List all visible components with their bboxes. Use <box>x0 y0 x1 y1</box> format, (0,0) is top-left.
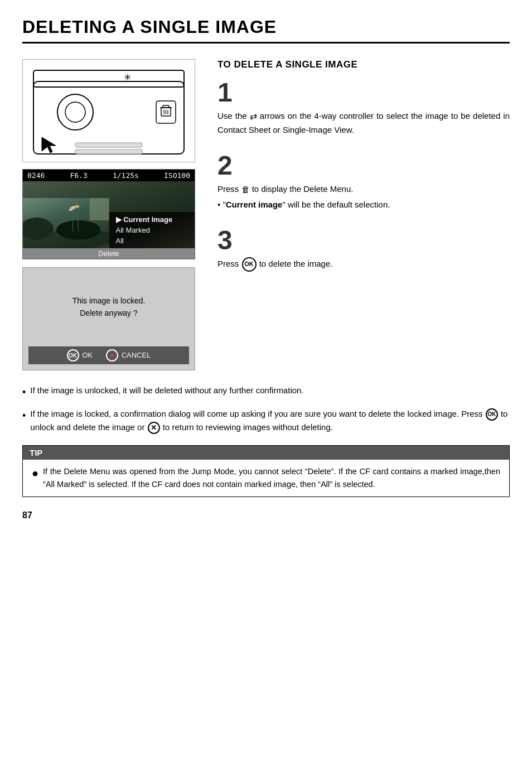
ok-icon-inline: OK <box>486 408 498 421</box>
svg-point-3 <box>65 102 85 122</box>
menu-item-current: Current Image <box>109 214 195 225</box>
tip-text: If the Delete Menu was opened from the J… <box>43 465 500 491</box>
step-3-number: 3 <box>217 227 510 254</box>
tip-bullet: ● If the Delete Menu was opened from the… <box>32 465 500 491</box>
section-heading: TO DELETE A SINGLE IMAGE <box>217 59 510 70</box>
camera-screen-menu: 0246 F6.3 1/125s ISO100 <box>22 169 195 259</box>
cancel-icon-inline: ✕ <box>148 422 160 434</box>
notes-section: • If the image is unlocked, it will be d… <box>22 384 510 434</box>
step-2: 2 Press 🗑 to display the Delete Menu. • … <box>217 152 510 211</box>
step-1: 1 Use the ⇄ arrows on the 4-way controll… <box>217 79 510 137</box>
camera-top-image: ✳ <box>22 59 195 162</box>
tip-header: TIP <box>23 446 509 460</box>
page-number: 87 <box>22 510 510 520</box>
svg-text:✳: ✳ <box>124 73 131 82</box>
dialog-text: This image is locked. Delete anyway ? <box>72 295 146 320</box>
step-2-number: 2 <box>217 152 510 179</box>
ok-btn-icon: OK <box>67 349 79 361</box>
step-2-bullet: • "Current image" will be the default se… <box>217 198 510 211</box>
step-2-text: Press 🗑 to display the Delete Menu. <box>217 182 510 196</box>
screen-photo-area: Current Image All Marked All <box>23 181 195 248</box>
page-title: DELETING A SINGLE IMAGE <box>22 17 510 44</box>
right-column: TO DELETE A SINGLE IMAGE 1 Use the ⇄ arr… <box>217 59 510 378</box>
step-1-number: 1 <box>217 79 510 106</box>
left-column: ✳ 0246 F6.3 1/125s ISO100 <box>22 59 201 378</box>
svg-rect-14 <box>75 150 142 154</box>
menu-item-all: All <box>109 235 195 246</box>
tip-box: TIP ● If the Delete Menu was opened from… <box>22 445 510 497</box>
arrow-lr-icon: ⇄ <box>250 110 257 124</box>
note-2-text: If the image is locked, a confirmation d… <box>30 407 510 434</box>
tip-content: ● If the Delete Menu was opened from the… <box>23 460 509 496</box>
dialog-screen: This image is locked. Delete anyway ? OK… <box>22 267 195 370</box>
cancel-btn-icon: ✕ <box>106 349 118 361</box>
note-1-text: If the image is unlocked, it will be del… <box>30 384 303 397</box>
svg-rect-7 <box>163 105 169 108</box>
delete-bar: Delete <box>23 248 195 259</box>
ok-circle-icon: OK <box>242 257 257 272</box>
note-2: • If the image is locked, a confirmation… <box>22 407 510 434</box>
dialog-buttons: OK OK ✕ CANCEL <box>28 346 189 364</box>
note-1: • If the image is unlocked, it will be d… <box>22 384 510 401</box>
bullet-dot-2: • <box>22 408 26 424</box>
svg-rect-13 <box>75 143 142 147</box>
step-1-text: Use the ⇄ arrows on the 4-way controller… <box>217 109 510 137</box>
screen-delete-menu: Current Image All Marked All <box>109 212 195 248</box>
trash-button-icon: 🗑 <box>241 183 250 196</box>
tip-bullet-dot: ● <box>32 464 38 482</box>
menu-item-all-marked: All Marked <box>109 225 195 235</box>
screen-header: 0246 F6.3 1/125s ISO100 <box>23 170 195 181</box>
svg-rect-23 <box>90 198 109 220</box>
svg-marker-12 <box>42 137 56 153</box>
step-3-text: Press OK to delete the image. <box>217 257 510 272</box>
svg-rect-1 <box>33 70 184 87</box>
svg-point-22 <box>69 209 72 211</box>
bullet-dot-1: • <box>22 385 26 401</box>
svg-point-2 <box>57 94 93 130</box>
step-3: 3 Press OK to delete the image. <box>217 227 510 272</box>
